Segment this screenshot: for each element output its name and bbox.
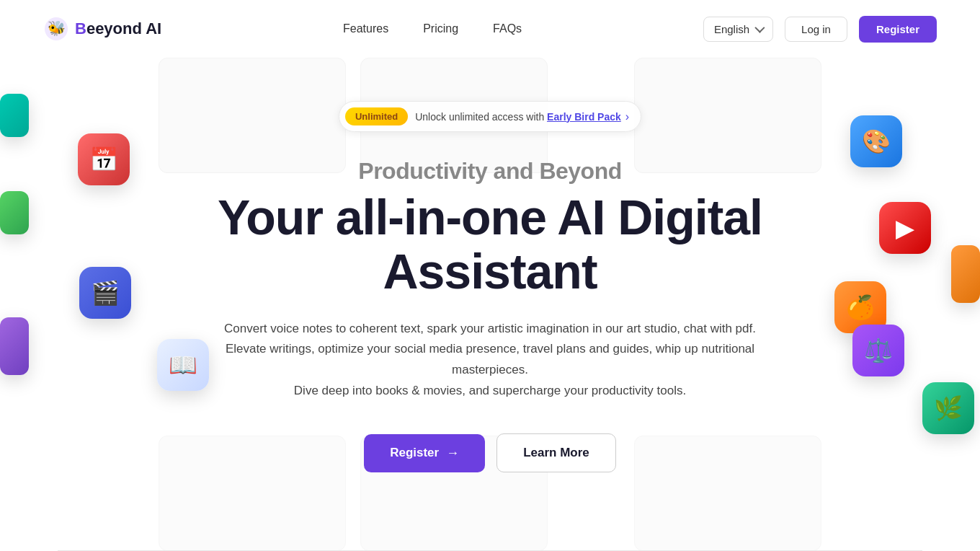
register-nav-button[interactable]: Register [859,16,937,43]
promo-badge: Unlimited [345,107,408,125]
language-label: English [714,23,749,35]
teal-left-icon [0,94,29,137]
nav-faqs[interactable]: FAQs [493,22,522,35]
nav-links: Features Pricing FAQs [343,22,522,35]
orange-right-icon [951,245,980,303]
hero-desc-line3: Dive deep into books & movies, and super… [294,384,686,397]
main-content: 📅 🎬 📖 🎨 ▶ 🍊 ⚖️ 🌿 Unlimited [0,58,980,551]
promo-banner: Unlimited Unlock unlimited access with E… [339,101,641,132]
logo-icon: 🐝 [43,16,69,42]
hero-desc-line1: Convert voice notes to coherent text, sp… [224,322,756,335]
nav-pricing[interactable]: Pricing [423,22,458,35]
scales-icon: ⚖️ [852,325,904,376]
cta-buttons: Register → Learn More [364,433,616,472]
promo-arrow: › [625,110,629,123]
hero-title: Your all-in-one AI Digital Assistant [180,190,800,299]
chevron-down-icon [754,23,765,33]
logo-text: Beeyond AI [75,19,161,38]
nav-features[interactable]: Features [343,22,388,35]
navigation: 🐝 Beeyond AI Features Pricing FAQs Engli… [0,0,980,58]
video-icon: 🎬 [79,267,131,319]
paint-icon: 🎨 [850,115,902,167]
early-bird-link[interactable]: Early Bird Pack [547,111,621,123]
language-selector[interactable]: English [703,17,773,42]
hero-subtitle: Productivity and Beyond [358,158,621,185]
register-hero-button[interactable]: Register → [364,434,485,472]
login-button[interactable]: Log in [785,17,847,42]
nav-right: English Log in Register [703,16,937,43]
youtube-icon: ▶ [879,202,931,254]
promo-text: Unlock unlimited access with Early Bird … [415,110,629,123]
green-right-icon: 🌿 [922,382,974,434]
learn-more-button[interactable]: Learn More [496,433,616,472]
scheduler-icon: 📅 [78,133,130,185]
hero-desc-line2: Elevate writings, optimize your social m… [226,342,754,376]
register-arrow-icon: → [446,446,459,461]
purple-left-icon [0,317,29,375]
fruit-icon: 🍊 [834,281,886,333]
green-left-icon [0,191,29,234]
svg-text:🐝: 🐝 [48,19,66,37]
center-content: Unlimited Unlock unlimited access with E… [180,72,800,472]
logo[interactable]: 🐝 Beeyond AI [43,16,161,42]
hero-description: Convert voice notes to coherent text, sp… [223,319,757,402]
